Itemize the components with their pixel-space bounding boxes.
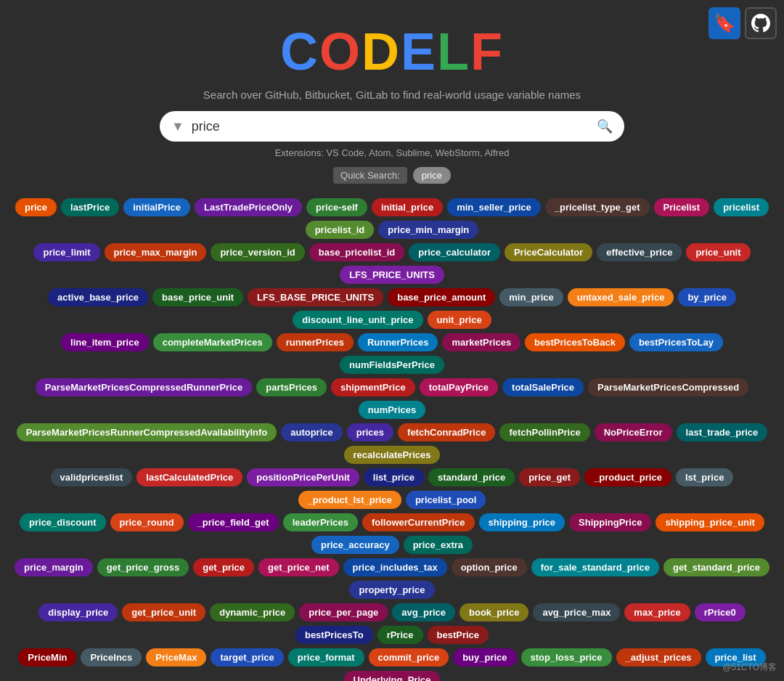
tag[interactable]: validpriceslist [51,468,133,486]
tag[interactable]: last_trade_price [677,423,768,441]
tag[interactable]: active_base_price [48,288,148,306]
tag[interactable]: price_get [519,468,580,486]
tag[interactable]: shipping_price [479,513,565,531]
tag[interactable]: price_accuracy [311,536,399,554]
tag[interactable]: followerCurrentPrice [362,513,475,531]
tag[interactable]: ParseMarketPricesCompressedRunnerPrice [36,378,252,396]
tag[interactable]: for_sale_standard_price [531,558,659,576]
tag[interactable]: NoPriceError [595,423,672,441]
tag[interactable]: PriceMin [18,648,76,666]
tag[interactable]: option_price [452,558,527,576]
tag[interactable]: untaxed_sale_price [568,288,674,306]
tag[interactable]: price_round [110,513,184,531]
tag[interactable]: PriceMax [146,648,206,666]
tag[interactable]: shipmentPrice [331,378,415,396]
tag[interactable]: pricelist [714,198,769,216]
tag[interactable]: _product_price [584,468,671,486]
tag[interactable]: price_includes_tax [343,558,447,576]
tag[interactable]: prices [347,423,393,441]
tag[interactable]: base_price_amount [388,288,495,306]
tag[interactable]: LFS_BASE_PRICE_UNITS [248,288,383,306]
tag[interactable]: bestPrice [428,626,489,644]
tag[interactable]: line_item_price [61,333,149,351]
tag[interactable]: _pricelist_type_get [545,198,650,216]
tag[interactable]: autoprice [281,423,343,441]
tag[interactable]: stop_loss_price [521,648,612,666]
tag[interactable]: totalSalePrice [502,378,584,396]
tag[interactable]: effective_price [597,243,682,261]
tag[interactable]: base_pricelist_id [309,243,405,261]
tag[interactable]: shipping_price_unit [656,513,764,531]
tag[interactable]: base_price_unit [152,288,243,306]
tag[interactable]: ParseMarketPricesCompressed [588,378,748,396]
tag[interactable]: _product_lst_price [298,491,401,509]
tag[interactable]: RunnerPrices [358,333,438,351]
tag[interactable]: get_price [193,558,254,576]
tag[interactable]: price_calculator [409,243,500,261]
tag[interactable]: pricelist_pool [406,491,486,509]
tag[interactable]: lastPrice [61,198,119,216]
tag[interactable]: get_price_unit [122,603,205,621]
tag[interactable]: _adjust_prices [616,648,701,666]
tag[interactable]: Pricelist [654,198,710,216]
tag[interactable]: numPrices [359,401,425,419]
tag[interactable]: price [15,198,57,216]
tag[interactable]: Underlying_Price [344,671,441,681]
bookmark-icon[interactable]: 🔖 [709,7,740,39]
tag[interactable]: price_unit [686,243,750,261]
tag[interactable]: bestPricesToBack [525,333,625,351]
tag[interactable]: partsPrices [256,378,327,396]
tag[interactable]: rPrice0 [695,603,746,621]
tag[interactable]: positionPricePerUnit [247,468,359,486]
search-input[interactable] [192,119,589,134]
tag[interactable]: numFieldsPerPrice [340,356,444,374]
tag[interactable]: lst_price [676,468,733,486]
tag[interactable]: fetchConradPrice [398,423,495,441]
tag[interactable]: ShippingPrice [569,513,651,531]
tag[interactable]: avg_price [392,603,455,621]
tag[interactable]: ParseMarketPricesRunnerCompressedAvailab… [17,423,277,441]
tag[interactable]: max_price [624,603,690,621]
search-submit-icon[interactable]: 🔍 [597,118,613,134]
tag[interactable]: min_price [499,288,563,306]
tag[interactable]: bestPricesToLay [629,333,723,351]
tag[interactable]: pricelist_id [306,221,375,239]
tag[interactable]: price_min_margin [378,221,478,239]
tag[interactable]: dynamic_price [210,603,295,621]
tag[interactable]: completeMarketPrices [153,333,272,351]
tag[interactable]: list_price [364,468,424,486]
tag[interactable]: get_standard_price [663,558,769,576]
tag[interactable]: initial_price [372,198,443,216]
tag[interactable]: price_format [288,648,364,666]
tag[interactable]: price_extra [404,536,473,554]
tag[interactable]: price_per_page [299,603,388,621]
tag[interactable]: runnerPrices [277,333,354,351]
tag[interactable]: avg_price_max [533,603,620,621]
tag[interactable]: discount_line_unit_price [293,311,422,329]
tag[interactable]: target_price [211,648,283,666]
tag[interactable]: display_price [38,603,118,621]
tag[interactable]: price_margin [15,558,93,576]
tag[interactable]: leaderPrices [283,513,358,531]
tag[interactable]: initialPrice [123,198,190,216]
tag[interactable]: price_max_margin [105,243,207,261]
tag[interactable]: rPrice [377,626,423,644]
tag[interactable]: book_price [460,603,528,621]
tag[interactable]: totalPayPrice [420,378,498,396]
tag[interactable]: unit_price [428,311,491,329]
tag[interactable]: LFS_PRICE_UNITS [340,266,444,284]
tag[interactable]: property_price [349,581,434,599]
tag[interactable]: PriceCalculator [505,243,592,261]
quick-search-tag[interactable]: price [413,167,451,184]
tag[interactable]: min_seller_price [447,198,541,216]
tag[interactable]: get_price_gross [97,558,189,576]
tag[interactable]: fetchPollinPrice [499,423,589,441]
tag[interactable]: PriceIncs [81,648,142,666]
tag[interactable]: by_price [678,288,735,306]
tag[interactable]: buy_price [453,648,516,666]
tag[interactable]: standard_price [428,468,515,486]
tag[interactable]: price_version_id [211,243,304,261]
tag[interactable]: LastTradePriceOnly [195,198,302,216]
tag[interactable]: price-self [306,198,367,216]
tag[interactable]: lastCalculatedPrice [136,468,242,486]
